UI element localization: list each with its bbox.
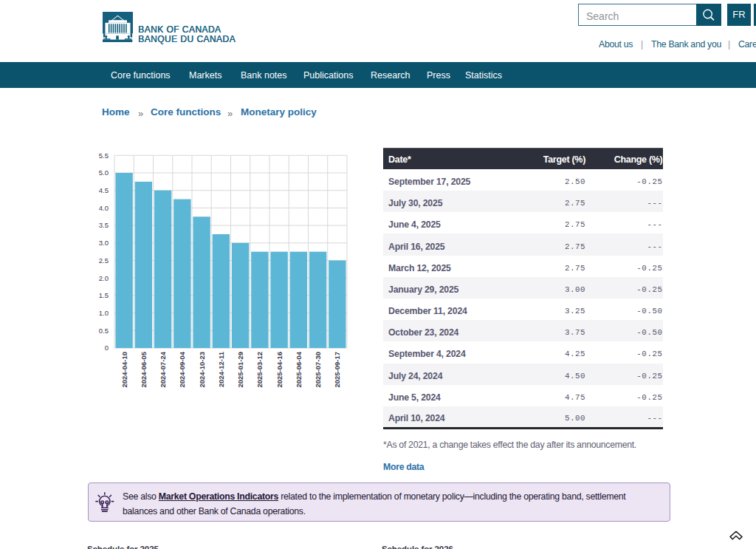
- svg-text:2025-01-29: 2025-01-29: [236, 352, 244, 388]
- svg-text:4.5: 4.5: [99, 186, 109, 194]
- svg-text:1.0: 1.0: [99, 309, 109, 317]
- svg-text:2025-07-30: 2025-07-30: [314, 352, 322, 388]
- svg-text:2024-06-05: 2024-06-05: [140, 351, 148, 387]
- svg-text:3.0: 3.0: [99, 239, 109, 247]
- svg-text:2024-09-04: 2024-09-04: [178, 351, 186, 387]
- svg-text:0.5: 0.5: [99, 327, 109, 335]
- svg-text:4.0: 4.0: [99, 204, 109, 212]
- svg-text:2024-10-23: 2024-10-23: [198, 352, 206, 388]
- svg-text:2025-06-04: 2025-06-04: [295, 351, 303, 387]
- svg-text:0: 0: [105, 344, 109, 352]
- svg-text:5.5: 5.5: [99, 151, 109, 160]
- svg-text:5.0: 5.0: [99, 168, 109, 177]
- svg-text:2025-04-16: 2025-04-16: [275, 352, 284, 388]
- svg-text:2025-03-12: 2025-03-12: [255, 352, 264, 388]
- svg-text:2025-09-17: 2025-09-17: [333, 352, 341, 388]
- svg-text:2.5: 2.5: [99, 256, 109, 265]
- svg-text:2024-07-24: 2024-07-24: [159, 351, 167, 387]
- svg-text:2.0: 2.0: [99, 274, 109, 282]
- svg-text:2024-04-10: 2024-04-10: [120, 352, 128, 388]
- svg-text:1.5: 1.5: [99, 291, 109, 299]
- svg-text:3.5: 3.5: [99, 221, 109, 229]
- svg-text:2024-12-11: 2024-12-11: [217, 351, 225, 387]
